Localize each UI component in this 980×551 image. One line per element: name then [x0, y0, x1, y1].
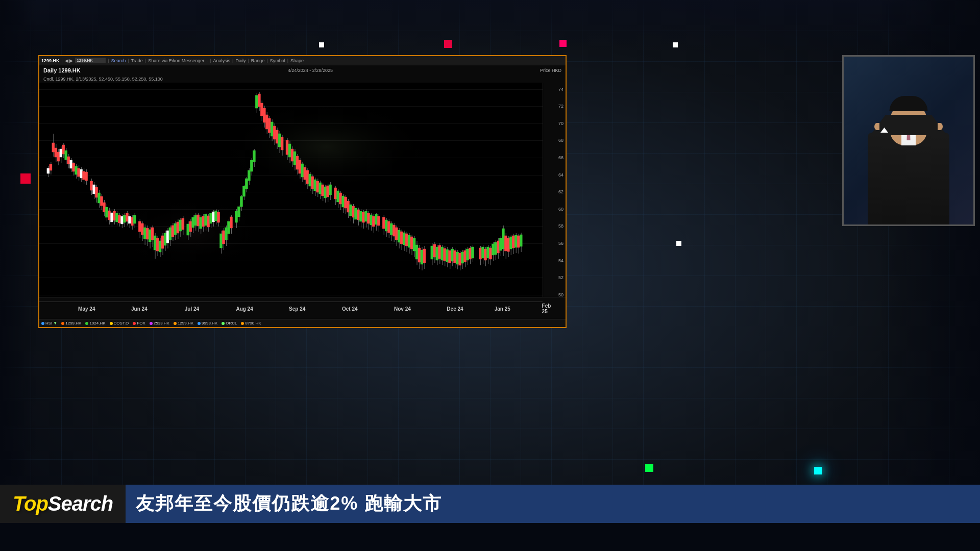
green-square — [645, 464, 653, 472]
svg-rect-111 — [192, 217, 194, 228]
price-64: 64 — [558, 172, 564, 178]
search-btn[interactable]: Search — [111, 58, 126, 63]
svg-rect-157 — [253, 151, 255, 162]
svg-rect-195 — [304, 167, 306, 180]
ticker-1299hk-2: 1299.HK — [174, 321, 193, 325]
svg-rect-325 — [484, 249, 486, 260]
symbol-btn[interactable]: Symbol — [270, 58, 285, 63]
svg-rect-201 — [311, 177, 314, 189]
svg-rect-327 — [486, 247, 489, 258]
time-oct: Oct 24 — [342, 306, 358, 312]
time-jul: Jul 24 — [185, 306, 199, 312]
svg-rect-97 — [172, 226, 174, 237]
cyan-light — [814, 467, 822, 474]
svg-rect-133 — [220, 234, 223, 248]
svg-rect-277 — [413, 238, 415, 251]
banner-headline: 友邦年至今股價仍跌逾2% 跑輸大市 — [136, 491, 442, 516]
svg-rect-257 — [387, 221, 390, 233]
svg-rect-43 — [101, 196, 103, 206]
svg-rect-31 — [83, 171, 85, 180]
trade-btn[interactable]: Trade — [131, 58, 143, 63]
chart-window: 1299.HK | ◀ ▶ | Search | Trade | Share v… — [38, 55, 567, 328]
analysis-btn[interactable]: Analysis — [213, 58, 231, 63]
price-68: 68 — [558, 138, 564, 143]
svg-rect-177 — [278, 134, 281, 147]
white-square-4 — [676, 241, 681, 246]
svg-rect-49 — [108, 211, 110, 220]
svg-rect-211 — [324, 187, 327, 198]
svg-rect-245 — [370, 215, 372, 225]
time-aug: Aug 24 — [236, 306, 253, 312]
svg-rect-349 — [514, 235, 517, 247]
price-66: 66 — [558, 155, 564, 160]
candlestick-chart — [39, 83, 543, 297]
chart-body[interactable]: 74 72 70 68 66 64 62 60 58 56 54 52 50 — [39, 83, 566, 297]
svg-rect-273 — [408, 235, 410, 247]
time-dec: Dec 24 — [447, 306, 463, 312]
svg-rect-55 — [115, 213, 118, 222]
svg-rect-185 — [291, 149, 293, 161]
svg-rect-181 — [286, 140, 288, 155]
range-btn[interactable]: Range — [251, 58, 265, 63]
svg-rect-131 — [217, 212, 220, 222]
chart-price-label: Price HKD — [540, 68, 561, 73]
price-50: 50 — [558, 292, 564, 297]
svg-rect-127 — [212, 212, 215, 222]
svg-rect-333 — [494, 242, 497, 255]
chart-ticker: 1299.HK — [41, 58, 60, 63]
svg-rect-335 — [497, 241, 499, 253]
svg-rect-241 — [364, 211, 367, 221]
svg-rect-231 — [352, 206, 355, 217]
time-jan: Jan 25 — [495, 306, 510, 312]
daily-btn[interactable]: Daily — [235, 58, 246, 63]
ohlc-values: Cndl, 1299.HK, 2/13/2025, 52.450, 55.150… — [43, 77, 163, 82]
svg-rect-197 — [306, 170, 309, 184]
news-banner: Top Search 友邦年至今股價仍跌逾2% 跑輸大市 — [0, 485, 980, 523]
svg-rect-233 — [354, 208, 357, 219]
svg-rect-309 — [459, 253, 461, 265]
svg-rect-289 — [433, 244, 436, 257]
svg-rect-343 — [507, 238, 509, 252]
svg-rect-3 — [47, 168, 50, 173]
svg-rect-117 — [200, 217, 202, 229]
svg-rect-125 — [210, 213, 212, 223]
ticker-input[interactable] — [75, 58, 106, 63]
svg-rect-341 — [504, 236, 507, 251]
svg-rect-345 — [509, 237, 512, 249]
white-square-1 — [319, 42, 324, 47]
svg-rect-151 — [245, 179, 248, 189]
svg-rect-35 — [90, 181, 93, 190]
svg-rect-243 — [367, 213, 370, 223]
svg-rect-83 — [154, 236, 156, 250]
svg-rect-275 — [410, 237, 413, 249]
svg-rect-281 — [418, 248, 421, 262]
svg-rect-239 — [362, 212, 364, 222]
svg-rect-27 — [78, 168, 80, 177]
svg-rect-175 — [276, 130, 278, 143]
chart-date-range: 4/24/2024 - 2/28/2025 — [288, 68, 333, 73]
shape-btn[interactable]: Shape — [290, 58, 304, 63]
svg-rect-163 — [260, 103, 263, 116]
svg-rect-323 — [481, 247, 484, 258]
svg-rect-13 — [60, 149, 62, 157]
svg-rect-353 — [520, 235, 522, 246]
ticker-1024hk: 1024.HK — [85, 321, 105, 325]
svg-rect-299 — [446, 249, 449, 262]
svg-rect-141 — [230, 217, 232, 228]
red-square-2 — [444, 40, 452, 48]
svg-rect-263 — [395, 228, 398, 240]
svg-rect-305 — [454, 251, 456, 263]
share-btn[interactable]: Share via Eikon Messenger... — [148, 58, 208, 63]
svg-rect-63 — [126, 213, 128, 221]
chart-toolbar: 1299.HK | ◀ ▶ | Search | Trade | Share v… — [39, 56, 566, 65]
svg-rect-187 — [293, 152, 296, 165]
svg-rect-193 — [301, 164, 304, 177]
svg-rect-73 — [141, 223, 143, 235]
svg-rect-53 — [113, 211, 115, 220]
svg-rect-147 — [240, 196, 242, 207]
svg-rect-347 — [512, 236, 514, 248]
svg-rect-91 — [164, 233, 166, 245]
svg-rect-269 — [403, 233, 405, 245]
svg-rect-67 — [131, 217, 133, 226]
svg-rect-25 — [75, 166, 78, 174]
